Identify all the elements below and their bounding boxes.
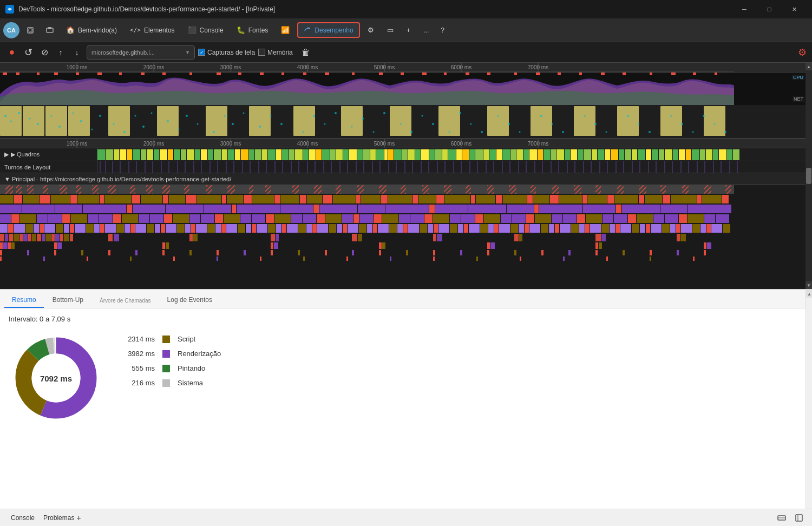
scroll-down-arrow[interactable]: ▼ (806, 281, 812, 289)
svg-rect-192 (394, 149, 402, 160)
bottom-panel-scrollbar[interactable]: ▲ ▼ (806, 290, 812, 526)
tab-event-log[interactable]: Log de Eventos (160, 293, 220, 308)
more-tools-button[interactable]: ... (418, 24, 434, 36)
svg-rect-637 (382, 242, 385, 249)
tab-call-tree[interactable]: Árvore de Chamadas (92, 294, 159, 308)
svg-rect-479 (484, 214, 500, 223)
console-tab-label: Console (11, 514, 35, 522)
svg-rect-485 (563, 214, 577, 223)
svg-point-100 (313, 115, 315, 117)
svg-rect-627 (3, 242, 8, 249)
scroll-up-arrow[interactable]: ▲ (806, 63, 812, 70)
memory-checkbox[interactable] (258, 49, 265, 56)
maximize-button[interactable]: □ (757, 0, 782, 18)
svg-rect-656 (325, 250, 327, 255)
svg-rect-4 (48, 27, 51, 29)
clear-button[interactable]: ⊘ (38, 46, 51, 59)
tab-bottom-up[interactable]: Bottom-Up (45, 293, 91, 308)
dock-button[interactable] (775, 511, 788, 524)
svg-point-120 (562, 131, 564, 133)
screenshots-checkbox[interactable]: ✓ (198, 49, 205, 56)
svg-rect-51 (671, 73, 676, 75)
svg-rect-396 (476, 195, 495, 203)
tab-summary[interactable]: Resumo (4, 293, 44, 308)
svg-point-72 (4, 115, 6, 117)
refresh-record-button[interactable]: ↺ (22, 46, 35, 59)
svg-rect-60 (206, 106, 227, 136)
undock-button[interactable] (793, 511, 806, 524)
svg-rect-354 (574, 185, 581, 194)
svg-rect-444 (48, 214, 62, 223)
svg-rect-450 (122, 214, 138, 223)
tab-network[interactable]: 📶 (276, 24, 295, 36)
svg-rect-608 (64, 234, 69, 241)
tab-home[interactable]: 🏠 Bem-vindo(a) (61, 24, 122, 36)
svg-rect-639 (490, 242, 495, 249)
tab-strip-button[interactable] (41, 22, 58, 39)
clear-recording-button[interactable]: 🗑 (299, 46, 312, 59)
system-swatch (162, 379, 170, 387)
record-button[interactable]: ● (5, 46, 18, 59)
svg-rect-522 (185, 224, 191, 233)
bottom-scroll-up[interactable]: ▲ (806, 290, 812, 298)
svg-rect-685 (606, 257, 608, 261)
svg-rect-679 (346, 257, 348, 261)
svg-rect-342 (314, 185, 322, 194)
problems-button[interactable]: Problemas + (39, 512, 86, 523)
tab-settings[interactable]: ⚙ (362, 24, 379, 36)
svg-rect-386 (333, 195, 356, 203)
user-avatar[interactable]: CA (3, 22, 19, 38)
system-ms: 216 ms (120, 379, 155, 387)
console-tab-button[interactable]: Console (6, 513, 39, 523)
svg-rect-670 (704, 250, 706, 255)
svg-rect-666 (595, 250, 598, 255)
frames-expand-icon[interactable]: ▶ (4, 151, 9, 158)
svg-rect-418 (127, 205, 132, 213)
upload-button[interactable]: ↑ (54, 46, 67, 59)
scroll-thumb[interactable] (806, 168, 811, 184)
devtools-toolbar: ● ↺ ⊘ ↑ ↓ microsoftedge.github.i... ▼ ✓ … (0, 42, 812, 63)
svg-rect-39 (401, 73, 404, 75)
rendering-name: Renderização (178, 350, 221, 358)
performance-settings-button[interactable]: ⚙ (798, 47, 807, 58)
help-button[interactable]: ? (435, 24, 450, 36)
svg-rect-532 (257, 224, 267, 233)
download-button[interactable]: ↓ (70, 46, 83, 59)
svg-rect-567 (525, 224, 529, 233)
svg-rect-384 (307, 195, 322, 203)
svg-rect-216 (556, 149, 564, 160)
svg-rect-454 (173, 214, 189, 223)
tab-sources[interactable]: 🐛 Fontes (231, 24, 274, 36)
close-button[interactable]: ✕ (782, 0, 807, 18)
main-scrollbar[interactable]: ▲ ▼ (806, 63, 812, 289)
svg-rect-55 (23, 106, 44, 136)
pin-tab-button[interactable] (22, 22, 39, 39)
svg-point-124 (627, 115, 629, 117)
svg-rect-455 (189, 214, 200, 223)
svg-rect-492 (653, 214, 664, 223)
svg-rect-236 (692, 149, 699, 160)
new-tab-icon: + (407, 26, 411, 34)
tab-inspect[interactable]: ▭ (382, 24, 399, 36)
svg-point-129 (692, 132, 694, 133)
svg-rect-166 (222, 149, 227, 160)
tab-performance[interactable]: Desempenho (297, 22, 359, 38)
svg-rect-52 (693, 73, 696, 75)
tab-elements[interactable]: </> Elementos (125, 24, 180, 36)
svg-rect-523 (191, 224, 195, 233)
svg-point-77 (51, 115, 53, 117)
svg-rect-203 (469, 149, 475, 160)
svg-rect-421 (204, 205, 231, 213)
tab-console[interactable]: ⬛ Console (182, 24, 229, 36)
add-panel-icon[interactable]: + (76, 514, 81, 522)
svg-rect-433 (534, 205, 539, 213)
svg-rect-434 (539, 205, 582, 213)
svg-rect-456 (201, 214, 214, 223)
svg-rect-395 (471, 195, 475, 203)
tab-new[interactable]: + (401, 24, 416, 36)
svg-rect-475 (433, 214, 449, 223)
svg-point-84 (123, 131, 126, 133)
svg-rect-529 (238, 224, 245, 233)
svg-rect-586 (670, 224, 676, 233)
minimize-button[interactable]: ─ (732, 0, 757, 18)
